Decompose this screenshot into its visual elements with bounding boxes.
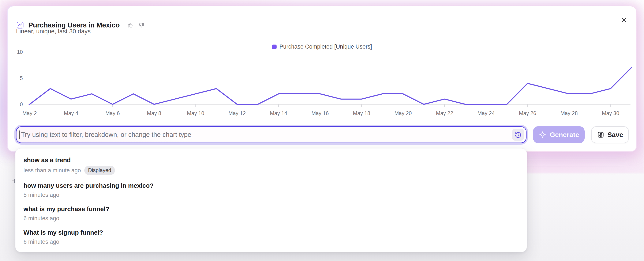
chart-subtitle: Linear, unique, last 30 days — [16, 28, 91, 35]
thumbs-up-icon — [127, 22, 134, 28]
ai-chart-card-border: Purchasing Users in Mexico — [7, 6, 637, 152]
history-meta: 6 minutes ago — [24, 215, 519, 222]
history-query: show as a trend — [24, 156, 519, 164]
generate-button[interactable]: Generate — [533, 126, 585, 143]
y-axis-label: 10 — [17, 49, 23, 55]
x-axis-label: May 28 — [560, 110, 578, 116]
x-axis-label: May 30 — [602, 110, 619, 116]
history-item[interactable]: what is my purchase funnel? 6 minutes ag… — [16, 202, 527, 226]
feedback-buttons — [127, 22, 144, 28]
prompt-input-wrap — [16, 126, 526, 143]
insights-chart-icon — [16, 21, 24, 29]
history-query: What is my signup funnel? — [24, 229, 519, 236]
history-timestamp: 5 minutes ago — [24, 191, 59, 199]
x-axis-label: May 26 — [519, 110, 536, 116]
save-label: Save — [608, 131, 623, 139]
history-query: what is my purchase funnel? — [24, 205, 519, 213]
x-axis-label: May 12 — [228, 110, 246, 116]
thumbs-down-icon — [138, 22, 144, 28]
history-dropdown: show as a trend less than a minute ago D… — [15, 148, 527, 252]
close-icon — [620, 16, 628, 24]
x-axis-label: May 8 — [147, 110, 161, 116]
x-axis-label: May 16 — [312, 110, 329, 116]
prompt-input[interactable] — [16, 126, 526, 143]
history-item[interactable]: show as a trend less than a minute ago D… — [16, 153, 527, 179]
generate-label: Generate — [550, 131, 579, 139]
x-axis-label: May 10 — [187, 110, 204, 116]
y-axis-label: 5 — [20, 75, 23, 81]
save-icon — [597, 131, 604, 139]
history-clock-icon — [514, 131, 522, 139]
history-item[interactable]: What is my signup funnel? 6 minutes ago — [16, 226, 527, 249]
x-axis-label: May 2 — [22, 110, 37, 116]
ai-chart-card: Purchasing Users in Mexico — [8, 6, 636, 151]
history-query: how many users are purchasing in mexico? — [24, 182, 519, 189]
x-axis-label: May 22 — [436, 110, 453, 116]
history-timestamp: 6 minutes ago — [24, 238, 59, 245]
history-item[interactable]: how many users are purchasing in mexico?… — [16, 179, 527, 202]
x-axis-label: May 20 — [394, 110, 412, 116]
y-axis-label: 0 — [20, 101, 23, 107]
history-button[interactable] — [512, 129, 524, 141]
app-canvas: Purchasing Users in Mexico — [0, 0, 644, 261]
sparkle-icon — [538, 131, 546, 139]
x-axis-label: May 14 — [270, 110, 287, 116]
history-meta: less than a minute ago Displayed — [24, 166, 519, 175]
line-chart[interactable]: 0510May 2May 4May 6May 8May 10May 12May … — [8, 48, 636, 120]
history-timestamp: 6 minutes ago — [24, 215, 59, 222]
x-axis-label: May 6 — [106, 110, 120, 116]
history-meta: 6 minutes ago — [24, 238, 519, 245]
displayed-badge: Displayed — [84, 166, 115, 175]
thumbs-up-button[interactable] — [127, 22, 134, 28]
thumbs-down-button[interactable] — [138, 22, 144, 28]
series-line — [30, 68, 631, 104]
close-button[interactable] — [620, 16, 628, 24]
x-axis-label: May 4 — [64, 110, 78, 116]
prompt-bar: Generate Save — [16, 126, 629, 143]
save-button[interactable]: Save — [591, 126, 629, 143]
text-caret — [20, 130, 20, 139]
x-axis-label: May 24 — [478, 110, 495, 116]
history-timestamp: less than a minute ago — [24, 167, 81, 174]
history-meta: 5 minutes ago — [24, 191, 519, 199]
x-axis-label: May 18 — [353, 110, 370, 116]
